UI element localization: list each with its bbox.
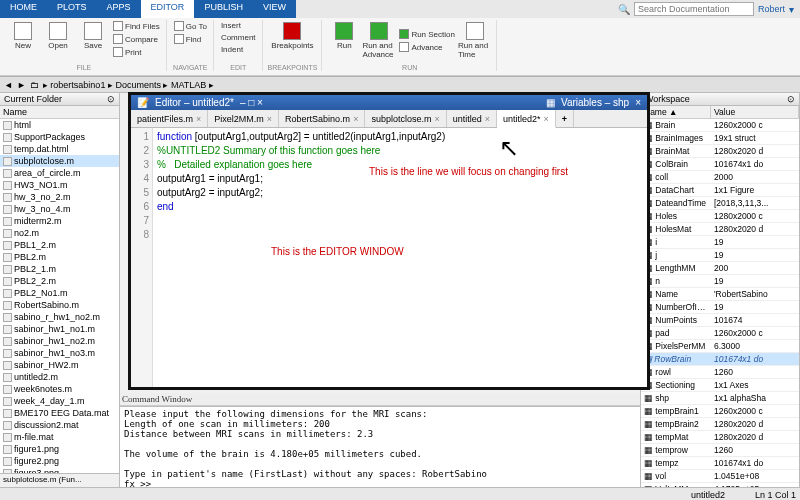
comment-button[interactable]: Comment [219, 32, 258, 43]
workspace-row[interactable]: ▦ vol1.0451e+08 [641, 470, 799, 483]
search-input[interactable] [634, 2, 754, 16]
workspace-row[interactable]: ▦ PixelsPerMM6.3000 [641, 340, 799, 353]
folder-item[interactable]: week_4_day_1.m [0, 395, 119, 407]
tab-home[interactable]: HOME [0, 0, 47, 18]
file-tab[interactable]: untitled2* × [497, 110, 556, 128]
print-button[interactable]: Print [111, 46, 162, 58]
compare-button[interactable]: Compare [111, 33, 162, 45]
folder-item[interactable]: sabinor_hw1_no1.m [0, 323, 119, 335]
address-path[interactable]: ▸ robertsabino1 ▸ Documents ▸ MATLAB ▸ [43, 80, 214, 90]
folder-item[interactable]: subplotclose.m [0, 155, 119, 167]
file-tab[interactable]: patientFiles.m × [131, 110, 208, 127]
run-button[interactable]: Run [327, 20, 361, 61]
workspace-row[interactable]: ▦ HolesMat1280x2020 d [641, 223, 799, 236]
col-name[interactable]: Name [3, 107, 27, 117]
workspace-row[interactable]: ▦ j19 [641, 249, 799, 262]
close-icon[interactable]: × [434, 114, 439, 124]
workspace-row[interactable]: ▦ Brain1260x2000 c [641, 119, 799, 132]
breakpoints-button[interactable]: Breakpoints [275, 20, 309, 52]
file-tab[interactable]: untitled × [447, 110, 497, 127]
folder-item[interactable]: figure2.png [0, 455, 119, 467]
folder-fwd-icon[interactable]: ► [17, 80, 26, 90]
workspace-row[interactable]: ▦ Name'RobertSabino [641, 288, 799, 301]
run-time-button[interactable]: Run and Time [458, 20, 492, 61]
tab-plots[interactable]: PLOTS [47, 0, 97, 18]
workspace-row[interactable]: ▦ tempMat1280x2020 d [641, 431, 799, 444]
folder-item[interactable]: PBL2_1.m [0, 263, 119, 275]
workspace-row[interactable]: ▦ shp1x1 alphaSha [641, 392, 799, 405]
workspace-row[interactable]: ▦ temprow1260 [641, 444, 799, 457]
indent-button[interactable]: Indent [219, 44, 258, 55]
goto-button[interactable]: Go To [172, 20, 209, 32]
close-icon[interactable]: × [196, 114, 201, 124]
workspace-row[interactable]: ▦ NumberOfIma...19 [641, 301, 799, 314]
run-advance-button[interactable]: Run and Advance [362, 20, 396, 61]
folder-item[interactable]: hw_3_no_4.m [0, 203, 119, 215]
folder-item[interactable]: sabino_r_hw1_no2.m [0, 311, 119, 323]
close-icon[interactable]: × [544, 114, 549, 124]
folder-item[interactable]: html [0, 119, 119, 131]
workspace-row[interactable]: ▦ tempz101674x1 do [641, 457, 799, 470]
folder-item[interactable]: PBL2.m [0, 251, 119, 263]
save-button[interactable]: Save [76, 20, 110, 58]
ws-col-name[interactable]: Name ▲ [641, 106, 711, 118]
run-section-button[interactable]: Run Section [397, 28, 457, 40]
find-files-button[interactable]: Find Files [111, 20, 162, 32]
panel-menu-icon[interactable]: ⊙ [107, 94, 115, 104]
command-window[interactable]: Please input the following dimensions fo… [120, 406, 640, 487]
folder-item[interactable]: PBL2_2.m [0, 275, 119, 287]
folder-item[interactable]: untitled2.m [0, 371, 119, 383]
folder-item[interactable]: m-file.mat [0, 431, 119, 443]
folder-item[interactable]: no2.m [0, 227, 119, 239]
folder-item[interactable]: temp.dat.html [0, 143, 119, 155]
close-icon[interactable]: × [485, 114, 490, 124]
workspace-row[interactable]: ▦ n19 [641, 275, 799, 288]
tab-publish[interactable]: PUBLISH [194, 0, 253, 18]
workspace-row[interactable]: ▦ BrainMat1280x2020 d [641, 145, 799, 158]
folder-item[interactable]: hw_3_no_2.m [0, 191, 119, 203]
new-tab-button[interactable]: + [556, 110, 574, 127]
workspace-row[interactable]: ▦ coll2000 [641, 171, 799, 184]
workspace-row[interactable]: ▦ LengthMM200 [641, 262, 799, 275]
file-tab[interactable]: RobertSabino.m × [279, 110, 365, 127]
workspace-row[interactable]: ▦ ColBrain101674x1 do [641, 158, 799, 171]
user-menu[interactable]: Robert [758, 4, 785, 14]
file-tab[interactable]: Pixel2MM.m × [208, 110, 279, 127]
open-button[interactable]: Open [41, 20, 75, 58]
folder-item[interactable]: week6notes.m [0, 383, 119, 395]
new-button[interactable]: New [6, 20, 40, 58]
workspace-row[interactable]: ▦ VolInMM4.1795e+05 [641, 483, 799, 487]
workspace-row[interactable]: ▦ rowl1260 [641, 366, 799, 379]
folder-item[interactable]: area_of_circle.m [0, 167, 119, 179]
folder-item[interactable]: SupportPackages [0, 131, 119, 143]
tab-editor[interactable]: EDITOR [141, 0, 195, 18]
folder-item[interactable]: BME170 EEG Data.mat [0, 407, 119, 419]
folder-item[interactable]: sabinor_HW2.m [0, 359, 119, 371]
tab-apps[interactable]: APPS [97, 0, 141, 18]
insert-button[interactable]: Insert [219, 20, 258, 31]
workspace-row[interactable]: ▦ tempBrain21280x2020 d [641, 418, 799, 431]
close-icon[interactable]: × [267, 114, 272, 124]
workspace-row[interactable]: ▦ BrainImages19x1 struct [641, 132, 799, 145]
workspace-row[interactable]: ▦ pad1260x2000 c [641, 327, 799, 340]
workspace-row[interactable]: ▦ Sectioning1x1 Axes [641, 379, 799, 392]
workspace-row[interactable]: ▦ NumPoints101674 [641, 314, 799, 327]
folder-item[interactable]: discussion2.mat [0, 419, 119, 431]
advance-button[interactable]: Advance [397, 41, 457, 53]
file-tab[interactable]: subplotclose.m × [365, 110, 446, 127]
workspace-row[interactable]: ▦ i19 [641, 236, 799, 249]
folder-item[interactable]: sabinor_hw1_no3.m [0, 347, 119, 359]
workspace-row[interactable]: ▦ DateandTime[2018,3,11,3... [641, 197, 799, 210]
folder-item[interactable]: PBL1_2.m [0, 239, 119, 251]
find-button[interactable]: Find [172, 33, 209, 45]
workspace-row[interactable]: ▦ DataChart1x1 Figure [641, 184, 799, 197]
workspace-row[interactable]: ▦ RowBrain101674x1 do [641, 353, 799, 366]
folder-item[interactable]: PBL2_No1.m [0, 287, 119, 299]
folder-back-icon[interactable]: ◄ [4, 80, 13, 90]
workspace-row[interactable]: ▦ tempBrain11260x2000 c [641, 405, 799, 418]
folder-item[interactable]: sabinor_hw1_no2.m [0, 335, 119, 347]
panel-menu-icon[interactable]: ⊙ [787, 94, 795, 104]
folder-item[interactable]: midterm2.m [0, 215, 119, 227]
tab-view[interactable]: VIEW [253, 0, 296, 18]
workspace-row[interactable]: ▦ Holes1280x2000 c [641, 210, 799, 223]
